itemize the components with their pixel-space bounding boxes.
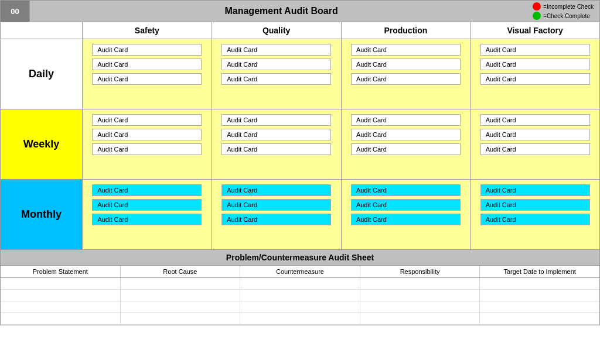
audit-card[interactable]: Audit Card [92, 114, 202, 126]
audit-card[interactable]: Audit Card [351, 59, 461, 70]
problem-row-4 [1, 313, 599, 325]
audit-card[interactable]: Audit Card [351, 143, 461, 155]
monthly-row: Monthly Audit Card Audit Card Audit Card… [1, 180, 599, 250]
problem-cell[interactable] [1, 278, 121, 289]
audit-card[interactable]: Audit Card [92, 143, 202, 155]
problem-cell[interactable] [1, 313, 121, 324]
header-row: 00 Management Audit Board =Incomplete Ch… [1, 1, 599, 22]
daily-label: Daily [1, 39, 83, 109]
incomplete-label: =Incomplete Check [543, 4, 594, 10]
problem-cell[interactable] [480, 301, 599, 313]
monthly-visual-factory-cell: Audit Card Audit Card Audit Card [471, 180, 599, 249]
legend-incomplete: =Incomplete Check [533, 2, 594, 11]
problem-cell[interactable] [240, 290, 360, 301]
audit-card[interactable]: Audit Card [221, 114, 331, 126]
problem-cell[interactable] [121, 290, 241, 301]
weekly-quality-cell: Audit Card Audit Card Audit Card [212, 109, 342, 179]
row-label-spacer [1, 22, 83, 39]
problem-cell[interactable] [360, 301, 480, 313]
monthly-safety-cell: Audit Card Audit Card Audit Card [83, 180, 212, 249]
problem-col-root-cause: Root Cause [121, 266, 241, 277]
audit-card[interactable]: Audit Card [480, 214, 590, 225]
weekly-label: Weekly [1, 109, 83, 179]
problem-cell[interactable] [121, 278, 241, 289]
audit-card[interactable]: Audit Card [480, 114, 590, 126]
weekly-visual-factory-cell: Audit Card Audit Card Audit Card [471, 109, 599, 179]
board-id: 00 [1, 1, 30, 22]
audit-card[interactable]: Audit Card [92, 44, 202, 56]
audit-card[interactable]: Audit Card [351, 214, 461, 225]
main-board: 00 Management Audit Board =Incomplete Ch… [0, 0, 600, 325]
problem-cell[interactable] [121, 301, 241, 313]
problem-cell[interactable] [240, 301, 360, 313]
audit-card[interactable]: Audit Card [92, 73, 202, 85]
audit-card[interactable]: Audit Card [480, 44, 590, 56]
weekly-safety-cell: Audit Card Audit Card Audit Card [83, 109, 212, 179]
problem-row-3 [1, 301, 599, 313]
audit-card[interactable]: Audit Card [351, 44, 461, 56]
problem-col-target-date: Target Date to Implement [480, 266, 599, 277]
problem-cell[interactable] [360, 313, 480, 324]
audit-card[interactable]: Audit Card [92, 199, 202, 211]
problem-cell[interactable] [240, 278, 360, 289]
audit-card[interactable]: Audit Card [221, 59, 331, 70]
audit-card[interactable]: Audit Card [480, 143, 590, 155]
problem-cell[interactable] [360, 290, 480, 301]
col-header-quality: Quality [212, 22, 342, 39]
audit-card[interactable]: Audit Card [221, 73, 331, 85]
audit-card[interactable]: Audit Card [92, 214, 202, 225]
audit-card[interactable]: Audit Card [221, 44, 331, 56]
problem-cell[interactable] [240, 313, 360, 324]
problem-cell[interactable] [121, 313, 241, 324]
problem-cell[interactable] [360, 278, 480, 289]
legend: =Incomplete Check =Check Complete [533, 2, 599, 20]
problem-col-headers: Problem Statement Root Cause Countermeas… [1, 266, 599, 278]
complete-icon [533, 12, 541, 20]
problem-col-responsibility: Responsibility [360, 266, 480, 277]
daily-row: Daily Audit Card Audit Card Audit Card A… [1, 39, 599, 109]
daily-quality-cell: Audit Card Audit Card Audit Card [212, 39, 342, 109]
problem-sheet-header: Problem/Countermeasure Audit Sheet [1, 250, 599, 266]
audit-card[interactable]: Audit Card [480, 59, 590, 70]
column-headers: Safety Quality Production Visual Factory [1, 22, 599, 39]
audit-card[interactable]: Audit Card [351, 129, 461, 140]
audit-card[interactable]: Audit Card [351, 73, 461, 85]
problem-cell[interactable] [480, 290, 599, 301]
problem-cell[interactable] [480, 278, 599, 289]
monthly-production-cell: Audit Card Audit Card Audit Card [342, 180, 471, 249]
audit-card[interactable]: Audit Card [351, 184, 461, 196]
weekly-row: Weekly Audit Card Audit Card Audit Card … [1, 109, 599, 180]
problem-row-2 [1, 290, 599, 301]
incomplete-icon [533, 2, 541, 11]
legend-complete: =Check Complete [533, 12, 590, 20]
complete-label: =Check Complete [543, 13, 590, 19]
daily-safety-cell: Audit Card Audit Card Audit Card [83, 39, 212, 109]
problem-cell[interactable] [1, 290, 121, 301]
audit-card[interactable]: Audit Card [221, 184, 331, 196]
audit-card[interactable]: Audit Card [221, 143, 331, 155]
audit-card[interactable]: Audit Card [351, 114, 461, 126]
audit-card[interactable]: Audit Card [221, 214, 331, 225]
audit-card[interactable]: Audit Card [480, 129, 590, 140]
audit-card[interactable]: Audit Card [92, 184, 202, 196]
audit-card[interactable]: Audit Card [351, 199, 461, 211]
audit-card[interactable]: Audit Card [480, 184, 590, 196]
audit-card[interactable]: Audit Card [92, 129, 202, 140]
monthly-label: Monthly [1, 180, 83, 249]
weekly-production-cell: Audit Card Audit Card Audit Card [342, 109, 471, 179]
audit-card[interactable]: Audit Card [221, 129, 331, 140]
col-header-production: Production [342, 22, 471, 39]
audit-card[interactable]: Audit Card [480, 199, 590, 211]
audit-card[interactable]: Audit Card [92, 59, 202, 70]
problem-cell[interactable] [480, 313, 599, 324]
problem-col-statement: Problem Statement [1, 266, 121, 277]
audit-card[interactable]: Audit Card [221, 199, 331, 211]
audit-card[interactable]: Audit Card [480, 73, 590, 85]
daily-visual-factory-cell: Audit Card Audit Card Audit Card [471, 39, 599, 109]
col-header-visual-factory: Visual Factory [471, 22, 599, 39]
daily-production-cell: Audit Card Audit Card Audit Card [342, 39, 471, 109]
problem-row-1 [1, 278, 599, 290]
board-title: Management Audit Board [30, 2, 533, 20]
problem-cell[interactable] [1, 301, 121, 313]
problem-col-countermeasure: Countermeasure [240, 266, 360, 277]
